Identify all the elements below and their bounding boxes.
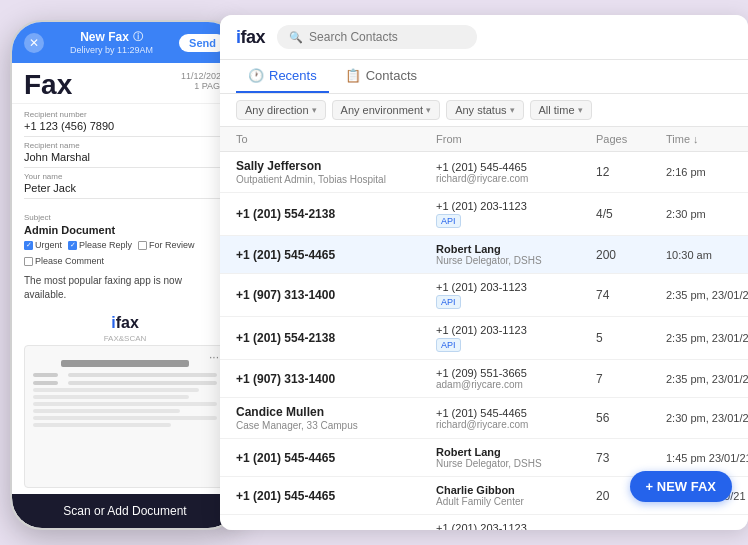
filter-time[interactable]: All time [530, 100, 592, 120]
time-cell: 10:30 am [666, 249, 748, 261]
for-review-label: For Review [149, 240, 195, 250]
table-row[interactable]: +1 (907) 313-1400 +1 (209) 551-3665 adam… [220, 360, 748, 398]
filter-bar: Any direction Any environment Any status… [220, 94, 748, 127]
form-section: Recipient number +1 123 (456) 7890 Recip… [12, 104, 238, 209]
time-cell: 1:45 pm 23/01/21 [666, 452, 748, 464]
contact-name: +1 (201) 554-2138 [236, 331, 436, 345]
from-number: +1 (201) 203-1123 [436, 200, 596, 212]
checkbox-please-reply[interactable]: Please Reply [68, 240, 132, 250]
table-header: To From Pages Time ↓ Status [220, 127, 748, 152]
from-number: +1 (209) 551-3665 [436, 367, 596, 379]
your-name-value[interactable]: Peter Jack [24, 182, 226, 199]
recipient-number-field: Recipient number +1 123 (456) 7890 [24, 110, 226, 137]
checkboxes-row: Urgent Please Reply For Review Please Co… [24, 240, 226, 266]
col-to: To [236, 133, 436, 145]
from-cell: +1 (201) 545-4465 richard@riycare.com [436, 161, 596, 184]
new-fax-button[interactable]: + NEW FAX [630, 471, 732, 502]
fax-big-title: Fax [24, 71, 72, 99]
checkbox-urgent[interactable]: Urgent [24, 240, 62, 250]
col-time[interactable]: Time ↓ [666, 133, 748, 145]
recipient-number-value[interactable]: +1 123 (456) 7890 [24, 120, 226, 137]
send-button[interactable]: Send [179, 34, 226, 52]
from-cell: Charlie Gibbon Adult Family Center [436, 484, 596, 507]
recipient-name-value[interactable]: John Marshal [24, 151, 226, 168]
from-email: richard@riycare.com [436, 173, 596, 184]
table-row[interactable]: +1 (201) 554-2138 +1 (201) 203-1123 API … [220, 193, 748, 236]
search-input[interactable] [309, 30, 465, 44]
from-sub: Adult Family Center [436, 496, 596, 507]
from-number: +1 (201) 545-4465 [436, 161, 596, 173]
urgent-checkbox-box[interactable] [24, 241, 33, 250]
contact-name: +1 (201) 554-2138 [236, 207, 436, 221]
contact-name: +1 (201) 545-4465 [236, 451, 436, 465]
from-cell: Robert Lang Nurse Delegator, DSHS [436, 243, 596, 266]
filter-environment[interactable]: Any environment [332, 100, 441, 120]
desktop-header: ifax 🔍 [220, 15, 748, 60]
tab-contacts[interactable]: 📋 Contacts [333, 60, 429, 93]
for-review-checkbox-box[interactable] [138, 241, 147, 250]
desktop-tabs: 🕐 Recents 📋 Contacts [220, 60, 748, 94]
from-email: richard@riycare.com [436, 419, 596, 430]
from-cell: +1 (201) 203-1123 API [436, 200, 596, 228]
contact-name: +1 (201) 554-2138 [236, 529, 436, 530]
pages-cell: 74 [596, 288, 666, 302]
checkbox-for-review[interactable]: For Review [138, 240, 195, 250]
info-icon: ⓘ [133, 30, 143, 44]
recents-label: Recents [269, 68, 317, 83]
please-comment-label: Please Comment [35, 256, 104, 266]
table-row[interactable]: +1 (201) 554-2138 +1 (201) 203-1123 API … [220, 515, 748, 530]
subject-value[interactable]: Admin Document [24, 224, 226, 236]
contact-sub: Outpatient Admin, Tobias Hospital [236, 174, 436, 185]
phone-body: Fax 11/12/2020 1 PAGE Recipient number +… [12, 63, 238, 528]
to-cell: +1 (201) 545-4465 [236, 489, 436, 503]
table-row[interactable]: Candice Mullen Case Manager, 33 Campus +… [220, 398, 748, 439]
recipient-name-label: Recipient name [24, 141, 226, 150]
mobile-ifax-logo: ifax [12, 310, 238, 336]
time-cell: 2:35 pm, 23/01/21 [666, 373, 748, 385]
table-row[interactable]: Sally Jefferson Outpatient Admin, Tobias… [220, 152, 748, 193]
col-pages: Pages [596, 133, 666, 145]
recipient-number-label: Recipient number [24, 110, 226, 119]
to-cell: Sally Jefferson Outpatient Admin, Tobias… [236, 159, 436, 185]
from-number: +1 (201) 545-4465 [436, 407, 596, 419]
your-name-field: Your name Peter Jack [24, 172, 226, 199]
tab-recents[interactable]: 🕐 Recents [236, 60, 329, 93]
please-comment-checkbox-box[interactable] [24, 257, 33, 266]
mobile-phone: ✕ New Fax ⓘ Delivery by 11:29AM Send Fax… [10, 20, 240, 530]
table-row[interactable]: +1 (201) 554-2138 +1 (201) 203-1123 API … [220, 317, 748, 360]
fax-header: Fax 11/12/2020 1 PAGE [12, 63, 238, 104]
from-sub: Nurse Delegator, DSHS [436, 255, 596, 266]
doc-title-line [61, 360, 190, 367]
pages-cell: 200 [596, 248, 666, 262]
filter-status[interactable]: Any status [446, 100, 523, 120]
to-cell: Candice Mullen Case Manager, 33 Campus [236, 405, 436, 431]
table-row[interactable]: +1 (907) 313-1400 +1 (201) 203-1123 API … [220, 274, 748, 317]
fax-message: The most popular faxing app is now avail… [12, 274, 238, 306]
contact-name: +1 (907) 313-1400 [236, 288, 436, 302]
document-options-icon[interactable]: ··· [209, 350, 219, 364]
from-cell: +1 (209) 551-3665 adam@riycare.com [436, 367, 596, 390]
pages-cell: 5 [596, 331, 666, 345]
please-reply-label: Please Reply [79, 240, 132, 250]
table-row[interactable]: +1 (201) 545-4465 Robert Lang Nurse Dele… [220, 236, 748, 274]
your-name-label: Your name [24, 172, 226, 181]
from-name: Robert Lang [436, 446, 596, 458]
please-reply-checkbox-box[interactable] [68, 241, 77, 250]
contact-name: +1 (201) 545-4465 [236, 248, 436, 262]
from-cell: +1 (201) 545-4465 richard@riycare.com [436, 407, 596, 430]
checkbox-please-comment[interactable]: Please Comment [24, 256, 104, 266]
filter-direction[interactable]: Any direction [236, 100, 326, 120]
urgent-label: Urgent [35, 240, 62, 250]
subject-label: Subject [24, 213, 226, 222]
phone-title: New Fax ⓘ [70, 30, 153, 44]
search-bar[interactable]: 🔍 [277, 25, 477, 49]
time-cell: 2:16 pm [666, 166, 748, 178]
contact-name: Sally Jefferson [236, 159, 436, 173]
phone-title-area: New Fax ⓘ Delivery by 11:29AM [70, 30, 153, 55]
time-cell: 2:30 pm, 23/01/21 [666, 412, 748, 424]
from-name: Robert Lang [436, 243, 596, 255]
from-cell: +1 (201) 203-1123 API [436, 324, 596, 352]
scan-add-document-button[interactable]: Scan or Add Document [12, 494, 238, 528]
from-cell: +1 (201) 203-1123 API [436, 522, 596, 530]
close-button[interactable]: ✕ [24, 33, 44, 53]
